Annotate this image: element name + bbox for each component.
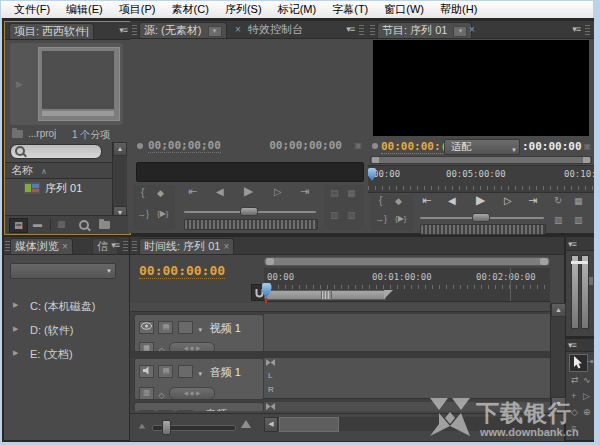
panel-grip[interactable]	[370, 24, 375, 35]
play-in-to-out-button[interactable]: {▶}	[157, 209, 169, 218]
rolling-edit-tool-button[interactable]: ∿	[583, 375, 591, 385]
razor-tool-button[interactable]: +	[571, 391, 576, 401]
panel-grip[interactable]	[359, 24, 364, 35]
step-forward-button[interactable]: ▷	[274, 186, 282, 197]
panel-grip[interactable]	[132, 24, 137, 35]
timeline-current-timecode[interactable]: 00:00:00:00	[139, 263, 225, 279]
audio2-lane[interactable]	[264, 402, 550, 411]
tab-program-close-icon[interactable]: ×	[469, 24, 475, 35]
track-lock-button[interactable]: ▤	[158, 365, 173, 378]
mark-in-button[interactable]: {	[141, 187, 144, 198]
new-bin-button[interactable]	[99, 221, 110, 229]
toggle-track-output-button[interactable]	[139, 321, 154, 334]
pen-tool-button[interactable]: ◇	[571, 407, 578, 417]
zoom-out-button[interactable]	[139, 424, 145, 429]
program-scrollbar-thumb[interactable]	[371, 157, 591, 163]
sync-lock-box[interactable]	[178, 365, 193, 378]
menu-file[interactable]: 文件(F)	[14, 1, 50, 18]
slip-tool-button[interactable]: ▷	[583, 391, 590, 401]
work-area-bar[interactable]	[264, 290, 386, 300]
mark-in-button[interactable]: {	[379, 195, 382, 206]
menu-window[interactable]: 窗口(W)	[384, 1, 424, 18]
tab-project[interactable]: 项目: 西西软件|	[9, 23, 94, 39]
play-button[interactable]: ▶	[244, 184, 253, 198]
audio-track-label[interactable]: 音频 1	[210, 366, 241, 378]
tab-source-close-icon[interactable]: ×	[235, 24, 241, 35]
extract-button[interactable]: ▥	[574, 215, 583, 225]
audio1-header[interactable]: ▤ ▼ 音频 1 ▥ ◇ ◀ ◆ ▶	[134, 358, 264, 400]
project-list-row[interactable]: 序列 01	[5, 180, 112, 196]
track-lock-button[interactable]	[158, 410, 173, 411]
panel-grip[interactable]	[132, 240, 137, 251]
menu-sequence[interactable]: 序列(S)	[225, 1, 262, 18]
program-ruler[interactable]: 00:00 00:05:00:00 00:10:	[368, 165, 594, 193]
tree-expand-icon[interactable]: ▶	[13, 349, 18, 357]
drive-row-c[interactable]: ▶ C: (本机磁盘)	[4, 299, 127, 321]
tab-timeline-close-icon[interactable]: ×	[223, 241, 229, 252]
toggle-track-audio-button[interactable]	[139, 365, 154, 378]
tab-source[interactable]: 源: (无素材) ▼	[139, 22, 227, 38]
search-input[interactable]	[10, 144, 102, 159]
goto-next-marker-button[interactable]: →}	[137, 209, 149, 219]
panel-grip[interactable]	[585, 24, 590, 35]
ripple-edit-tool-button[interactable]: ⇄	[571, 375, 579, 385]
keyframe-icon[interactable]: ◇	[158, 391, 164, 400]
insert-button[interactable]: ▥	[330, 210, 339, 220]
tab-program[interactable]: 节目: 序列 01 ▼	[377, 22, 472, 38]
source-current-timecode[interactable]: 00;00;00;00	[148, 139, 221, 153]
collapse-track-icon[interactable]: ▼	[197, 327, 203, 333]
project-scrollbar[interactable]: ▲ ▼	[112, 142, 127, 220]
program-scrollbar[interactable]	[370, 156, 592, 164]
hand-tool-button[interactable]: ⊕	[583, 407, 591, 417]
safe-margins-button[interactable]: ▦	[574, 196, 583, 206]
media-path-select[interactable]: ▼	[10, 263, 116, 279]
keyframe-nav-control[interactable]: ◀ ◆ ▶	[169, 387, 215, 400]
sync-lock-box[interactable]	[178, 321, 193, 334]
track-select-tool-button[interactable]: ⇥	[587, 357, 594, 366]
work-area-end[interactable]	[384, 290, 393, 299]
shuttle-handle[interactable]	[472, 213, 490, 222]
goto-out-button[interactable]: ⇥	[528, 194, 537, 207]
selection-tool-button[interactable]	[569, 354, 588, 372]
jog-disk[interactable]	[184, 219, 318, 230]
video-track-label[interactable]: 视频 1	[210, 322, 241, 334]
menu-edit[interactable]: 编辑(E)	[66, 1, 103, 18]
scrollbar-cap[interactable]	[266, 258, 274, 265]
panel-menu-icon[interactable]: ▾≡	[111, 240, 119, 250]
goto-in-button[interactable]: ⇤	[188, 185, 197, 198]
scrollbar-cap[interactable]	[372, 157, 379, 163]
scroll-up-button[interactable]: ▲	[113, 142, 127, 156]
panel-menu-icon[interactable]: ▾≡	[568, 239, 576, 249]
step-back-button[interactable]: ◀	[448, 195, 456, 206]
panel-grip[interactable]	[123, 240, 128, 251]
audio2-header[interactable]: 音频	[134, 402, 264, 411]
overlay-button[interactable]: ▥	[347, 210, 356, 220]
automate-to-sequence-button[interactable]: ▦	[57, 219, 66, 229]
meter-slider[interactable]	[589, 277, 593, 285]
video1-header[interactable]: ▤ ▼ 视频 1 ▦ ◇ ◀ ◆ ▶	[134, 314, 264, 353]
panel-menu-icon[interactable]: ▾≡	[346, 24, 354, 34]
tree-expand-icon[interactable]: ▶	[13, 325, 18, 333]
set-display-style-button[interactable]: ▥	[139, 387, 154, 400]
timeline-hscrollbar-top[interactable]	[264, 257, 550, 266]
scroll-up-button[interactable]: ▲	[551, 303, 566, 317]
video1-lane[interactable]	[264, 314, 550, 352]
sync-lock-box[interactable]	[178, 410, 193, 411]
goto-next-marker-button[interactable]: →}	[375, 214, 387, 224]
shuttle-handle[interactable]	[240, 207, 258, 216]
panel-menu-icon[interactable]: ▾≡	[568, 340, 576, 350]
collapse-track-icon[interactable]: ▼	[197, 371, 203, 377]
step-back-button[interactable]: ◀	[216, 186, 224, 197]
add-marker-button[interactable]: ◆	[157, 188, 164, 198]
program-current-timecode[interactable]: 00:00:00:(	[381, 140, 447, 154]
timeline-hscrollbar[interactable]: ◀	[264, 417, 550, 431]
find-button[interactable]	[79, 220, 89, 230]
work-area-handle[interactable]	[321, 290, 332, 300]
scroll-down-button[interactable]: ▼	[551, 397, 566, 411]
track-lock-button[interactable]: ▤	[158, 321, 173, 334]
audio-track2-label[interactable]: 音频	[205, 408, 227, 411]
tab-media-close-icon[interactable]: ×	[62, 241, 68, 252]
zoom-level-select[interactable]: 适配 ▼	[444, 139, 520, 155]
scrollbar-cap[interactable]	[540, 258, 548, 265]
source-dropdown-icon[interactable]: ▼	[208, 26, 222, 37]
